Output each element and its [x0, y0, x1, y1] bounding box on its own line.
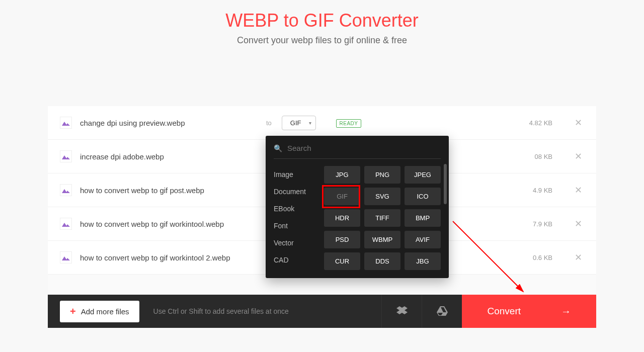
dropbox-icon	[396, 306, 408, 316]
google-drive-button[interactable]	[422, 295, 462, 328]
format-psd[interactable]: PSD	[324, 231, 360, 248]
chevron-down-icon: ▾	[309, 120, 311, 126]
hint-text: Use Ctrl or Shift to add several files a…	[153, 307, 289, 315]
header: WEBP to GIF Converter Convert your webp …	[48, 0, 596, 51]
remove-button[interactable]: ✕	[573, 183, 584, 198]
bottom-bar: + Add more files Use Ctrl or Shift to ad…	[48, 295, 596, 328]
format-gif[interactable]: GIF	[324, 188, 360, 205]
format-png[interactable]: PNG	[364, 166, 400, 184]
file-size: 4.82 KB	[529, 119, 552, 127]
format-jbg[interactable]: JBG	[405, 252, 441, 270]
remove-button[interactable]: ✕	[573, 149, 584, 164]
format-hdr[interactable]: HDR	[324, 209, 360, 227]
dropdown-search: 🔍	[274, 144, 441, 159]
status-badge: READY	[336, 118, 362, 127]
category-document[interactable]: Document	[274, 183, 324, 200]
format-jpeg[interactable]: JPEG	[405, 166, 441, 184]
image-icon	[60, 117, 72, 129]
format-tiff[interactable]: TIFF	[364, 209, 400, 227]
file-name: change dpi using preview.webp	[80, 119, 256, 127]
svg-marker-3	[62, 223, 70, 227]
svg-marker-4	[62, 256, 70, 260]
dropdown-formats: JPG PNG JPEG GIF SVG ICO HDR TIFF BMP PS…	[324, 166, 441, 270]
file-name: how to convert webp to gif workintool.we…	[80, 220, 256, 228]
category-ebook[interactable]: EBook	[274, 200, 324, 217]
format-dds[interactable]: DDS	[364, 252, 400, 270]
to-label: to	[266, 119, 272, 127]
google-drive-icon	[437, 306, 448, 316]
remove-button[interactable]: ✕	[573, 115, 584, 130]
file-size: 08 KB	[535, 153, 552, 160]
convert-button[interactable]: Convert →	[462, 295, 596, 328]
format-avif[interactable]: AVIF	[405, 231, 441, 248]
file-size: 0.6 KB	[533, 254, 552, 261]
category-cad[interactable]: CAD	[274, 251, 324, 269]
file-name: how to convert webp to gif post.webp	[80, 186, 256, 195]
file-row: change dpi using preview.webp to GIF▾ RE…	[48, 106, 596, 140]
remove-button[interactable]: ✕	[573, 250, 584, 265]
svg-marker-0	[62, 122, 70, 126]
format-search-input[interactable]	[287, 144, 441, 152]
format-wbmp[interactable]: WBMP	[364, 231, 400, 248]
file-size: 4.9 KB	[533, 187, 552, 194]
image-icon	[60, 184, 72, 196]
dropdown-scrollbar[interactable]	[444, 164, 447, 204]
image-icon	[60, 150, 72, 162]
image-icon	[60, 251, 72, 263]
format-cur[interactable]: CUR	[324, 252, 360, 270]
file-name: how to convert webp to gif workintool 2.…	[80, 253, 256, 262]
arrow-right-icon: →	[561, 306, 571, 317]
svg-marker-2	[62, 189, 70, 193]
category-vector[interactable]: Vector	[274, 234, 324, 251]
format-bmp[interactable]: BMP	[405, 209, 441, 227]
file-size: 7.9 KB	[533, 220, 552, 228]
convert-label: Convert	[487, 306, 521, 317]
add-files-label: Add more files	[81, 307, 129, 316]
category-image[interactable]: Image	[274, 166, 324, 183]
search-icon: 🔍	[274, 144, 282, 152]
file-name: increase dpi adobe.webp	[80, 152, 256, 161]
dropdown-categories: Image Document EBook Font Vector CAD	[274, 166, 324, 270]
category-font[interactable]: Font	[274, 217, 324, 234]
page-title: WEBP to GIF Converter	[48, 10, 596, 31]
page-subtitle: Convert your webp files to gif online & …	[48, 35, 596, 46]
add-files-button[interactable]: + Add more files	[60, 301, 139, 322]
image-icon	[60, 218, 72, 230]
plus-icon: +	[70, 306, 76, 317]
format-svg[interactable]: SVG	[364, 188, 400, 205]
format-jpg[interactable]: JPG	[324, 166, 360, 184]
format-select[interactable]: GIF▾	[282, 116, 316, 130]
format-ico[interactable]: ICO	[405, 188, 441, 205]
remove-button[interactable]: ✕	[573, 216, 584, 231]
svg-marker-1	[62, 155, 70, 159]
dropbox-button[interactable]	[381, 295, 422, 328]
format-dropdown: 🔍 Image Document EBook Font Vector CAD J…	[266, 136, 449, 278]
